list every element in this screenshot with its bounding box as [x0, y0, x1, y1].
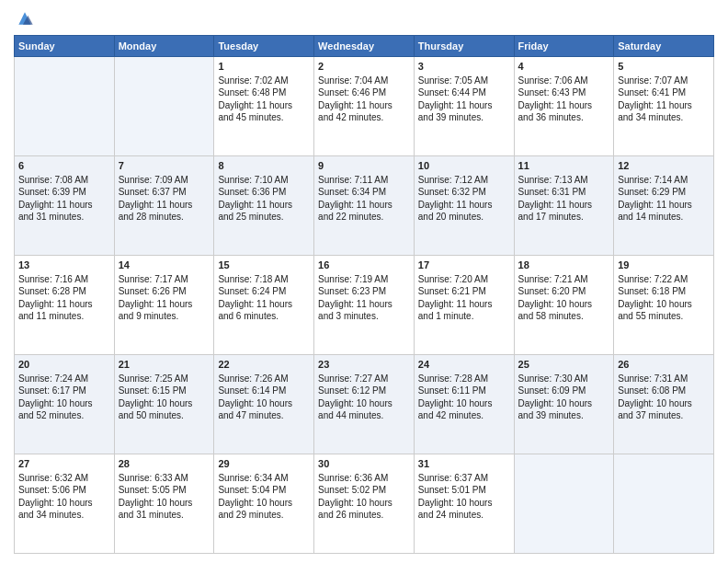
- sunset-text: Sunset: 6:32 PM: [418, 186, 510, 199]
- sunset-text: Sunset: 6:39 PM: [18, 186, 110, 199]
- sunset-text: Sunset: 6:12 PM: [318, 385, 410, 397]
- day-number: 30: [318, 457, 410, 471]
- logo-text: [14, 9, 34, 28]
- sunset-text: Sunset: 6:15 PM: [119, 385, 210, 397]
- calendar-header-thursday: Thursday: [414, 36, 514, 57]
- daylight-text: Daylight: 11 hours and 42 minutes.: [318, 99, 410, 124]
- calendar-day-11: 11Sunrise: 7:13 AMSunset: 6:31 PMDayligh…: [514, 156, 614, 256]
- calendar-day-9: 9Sunrise: 7:11 AMSunset: 6:34 PMDaylight…: [314, 156, 415, 256]
- day-number: 17: [418, 259, 510, 272]
- daylight-text: Daylight: 10 hours and 58 minutes.: [518, 298, 610, 323]
- day-number: 26: [618, 358, 710, 372]
- calendar-week-row: 1Sunrise: 7:02 AMSunset: 6:48 PMDaylight…: [15, 57, 714, 156]
- logo: [14, 9, 34, 28]
- day-number: 14: [119, 259, 210, 272]
- daylight-text: Daylight: 11 hours and 22 minutes.: [318, 199, 410, 224]
- day-number: 9: [318, 159, 410, 173]
- sunset-text: Sunset: 5:06 PM: [18, 484, 110, 497]
- day-number: 5: [618, 60, 710, 74]
- daylight-text: Daylight: 11 hours and 9 minutes.: [119, 298, 210, 323]
- sunset-text: Sunset: 6:28 PM: [18, 285, 110, 298]
- sunset-text: Sunset: 5:05 PM: [119, 484, 210, 497]
- day-number: 3: [418, 60, 510, 74]
- sunrise-text: Sunrise: 6:37 AM: [418, 472, 510, 485]
- logo-icon: [16, 9, 34, 28]
- calendar-week-row: 20Sunrise: 7:24 AMSunset: 6:17 PMDayligh…: [15, 355, 714, 454]
- daylight-text: Daylight: 10 hours and 50 minutes.: [119, 397, 210, 422]
- sunrise-text: Sunrise: 7:07 AM: [618, 75, 710, 87]
- calendar-header-monday: Monday: [114, 36, 214, 57]
- sunrise-text: Sunrise: 7:04 AM: [318, 75, 410, 87]
- sunset-text: Sunset: 6:26 PM: [119, 285, 210, 298]
- sunrise-text: Sunrise: 6:36 AM: [318, 472, 410, 485]
- calendar-day-2: 2Sunrise: 7:04 AMSunset: 6:46 PMDaylight…: [314, 57, 415, 156]
- daylight-text: Daylight: 11 hours and 28 minutes.: [119, 199, 210, 224]
- calendar-day-25: 25Sunrise: 7:30 AMSunset: 6:09 PMDayligh…: [514, 355, 614, 454]
- daylight-text: Daylight: 11 hours and 36 minutes.: [518, 99, 610, 124]
- daylight-text: Daylight: 10 hours and 52 minutes.: [18, 397, 110, 422]
- sunrise-text: Sunrise: 7:28 AM: [418, 373, 510, 385]
- sunrise-text: Sunrise: 7:27 AM: [318, 373, 410, 385]
- day-number: 19: [618, 259, 710, 272]
- daylight-text: Daylight: 10 hours and 55 minutes.: [618, 298, 710, 323]
- sunset-text: Sunset: 6:18 PM: [618, 285, 710, 298]
- calendar-empty-cell: [15, 57, 115, 156]
- sunrise-text: Sunrise: 7:02 AM: [218, 75, 310, 87]
- daylight-text: Daylight: 10 hours and 29 minutes.: [218, 497, 310, 522]
- day-number: 2: [318, 60, 410, 74]
- sunset-text: Sunset: 6:14 PM: [218, 385, 310, 397]
- calendar-day-5: 5Sunrise: 7:07 AMSunset: 6:41 PMDaylight…: [614, 57, 714, 156]
- calendar-day-28: 28Sunrise: 6:33 AMSunset: 5:05 PMDayligh…: [114, 454, 214, 554]
- daylight-text: Daylight: 11 hours and 39 minutes.: [418, 99, 510, 124]
- calendar-empty-cell: [514, 454, 614, 554]
- sunset-text: Sunset: 6:44 PM: [418, 86, 510, 99]
- sunset-text: Sunset: 6:43 PM: [518, 86, 610, 99]
- day-number: 31: [418, 457, 510, 471]
- calendar-day-21: 21Sunrise: 7:25 AMSunset: 6:15 PMDayligh…: [114, 355, 214, 454]
- day-number: 28: [119, 457, 210, 471]
- sunrise-text: Sunrise: 6:32 AM: [18, 472, 110, 485]
- sunset-text: Sunset: 5:02 PM: [318, 484, 410, 497]
- calendar-day-15: 15Sunrise: 7:18 AMSunset: 6:24 PMDayligh…: [214, 256, 314, 355]
- sunrise-text: Sunrise: 7:26 AM: [218, 373, 310, 385]
- sunset-text: Sunset: 6:34 PM: [318, 186, 410, 199]
- sunset-text: Sunset: 6:46 PM: [318, 86, 410, 99]
- day-number: 23: [318, 358, 410, 372]
- calendar-header-friday: Friday: [514, 36, 614, 57]
- sunset-text: Sunset: 6:36 PM: [218, 186, 310, 199]
- sunrise-text: Sunrise: 7:25 AM: [119, 373, 210, 385]
- daylight-text: Daylight: 11 hours and 25 minutes.: [218, 199, 310, 224]
- day-number: 27: [18, 457, 110, 471]
- day-number: 12: [618, 159, 710, 173]
- sunset-text: Sunset: 6:20 PM: [518, 285, 610, 298]
- day-number: 22: [218, 358, 310, 372]
- day-number: 21: [119, 358, 210, 372]
- daylight-text: Daylight: 11 hours and 11 minutes.: [18, 298, 110, 323]
- sunrise-text: Sunrise: 7:12 AM: [418, 174, 510, 187]
- day-number: 7: [119, 159, 210, 173]
- day-number: 20: [18, 358, 110, 372]
- daylight-text: Daylight: 11 hours and 3 minutes.: [318, 298, 410, 323]
- sunset-text: Sunset: 5:01 PM: [418, 484, 510, 497]
- daylight-text: Daylight: 11 hours and 20 minutes.: [418, 199, 510, 224]
- daylight-text: Daylight: 10 hours and 34 minutes.: [18, 497, 110, 522]
- sunrise-text: Sunrise: 7:11 AM: [318, 174, 410, 187]
- calendar-day-31: 31Sunrise: 6:37 AMSunset: 5:01 PMDayligh…: [414, 454, 514, 554]
- calendar-day-18: 18Sunrise: 7:21 AMSunset: 6:20 PMDayligh…: [514, 256, 614, 355]
- calendar-day-19: 19Sunrise: 7:22 AMSunset: 6:18 PMDayligh…: [614, 256, 714, 355]
- sunrise-text: Sunrise: 7:16 AM: [18, 273, 110, 286]
- sunrise-text: Sunrise: 7:17 AM: [119, 273, 210, 286]
- sunset-text: Sunset: 6:41 PM: [618, 86, 710, 99]
- sunset-text: Sunset: 6:21 PM: [418, 285, 510, 298]
- page: SundayMondayTuesdayWednesdayThursdayFrid…: [0, 0, 728, 563]
- calendar-day-20: 20Sunrise: 7:24 AMSunset: 6:17 PMDayligh…: [15, 355, 115, 454]
- sunrise-text: Sunrise: 6:34 AM: [218, 472, 310, 485]
- day-number: 16: [318, 259, 410, 272]
- sunset-text: Sunset: 6:23 PM: [318, 285, 410, 298]
- calendar-day-30: 30Sunrise: 6:36 AMSunset: 5:02 PMDayligh…: [314, 454, 415, 554]
- day-number: 24: [418, 358, 510, 372]
- daylight-text: Daylight: 11 hours and 17 minutes.: [518, 199, 610, 224]
- sunset-text: Sunset: 6:31 PM: [518, 186, 610, 199]
- calendar-header-saturday: Saturday: [614, 36, 714, 57]
- calendar-day-22: 22Sunrise: 7:26 AMSunset: 6:14 PMDayligh…: [214, 355, 314, 454]
